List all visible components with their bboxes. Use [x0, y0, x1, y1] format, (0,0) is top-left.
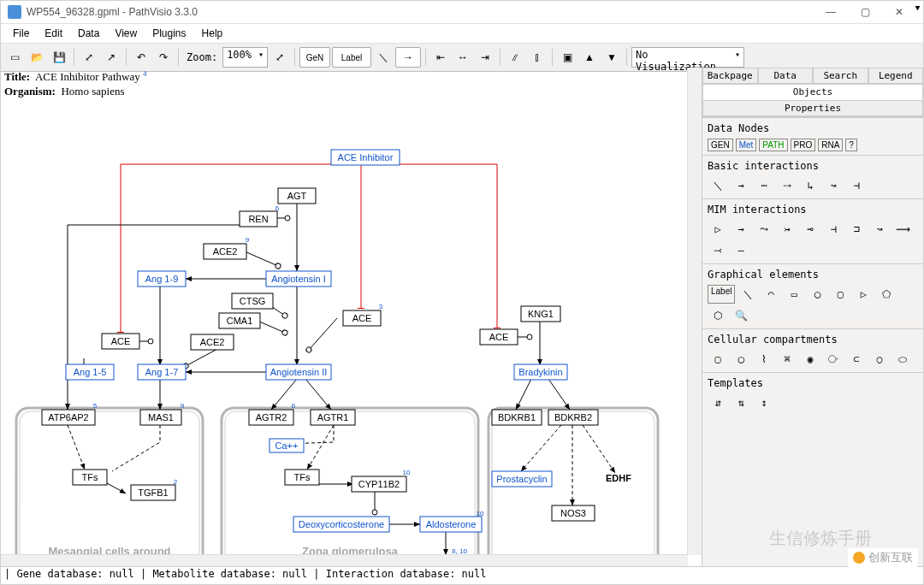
mim-1-icon[interactable]: ▷	[708, 220, 728, 239]
tmpl-1-icon[interactable]: ⇵	[708, 393, 728, 412]
gene-dropdown[interactable]: GeN	[299, 47, 330, 68]
close-button[interactable]: ✕	[882, 2, 916, 22]
mim-2-icon[interactable]: →	[731, 220, 751, 239]
ge-line-icon[interactable]: ＼	[737, 285, 758, 304]
export-icon[interactable]: ↗	[101, 47, 121, 68]
mim-5-icon[interactable]: ⊸	[800, 220, 820, 239]
visualization-select[interactable]: No Visualization	[631, 47, 744, 68]
dn-path[interactable]: PATH	[759, 139, 787, 151]
svg-text:6: 6	[292, 402, 296, 410]
cc-7-icon[interactable]: ⊂	[846, 350, 867, 369]
dn-met[interactable]: Met	[736, 139, 757, 151]
ge-tri-icon[interactable]: ▷	[853, 285, 874, 304]
statusbar: | Gene database: null | Metabolite datab…	[1, 566, 923, 584]
tab-backpage[interactable]: Backpage	[702, 68, 758, 84]
front-icon[interactable]: ▲	[579, 47, 600, 68]
cc-6-icon[interactable]: ⧂	[823, 350, 844, 369]
menu-help[interactable]: Help	[195, 26, 230, 41]
svg-text:ACE2: ACE2	[213, 246, 238, 257]
svg-text:Angiotensin I: Angiotensin I	[271, 274, 326, 284]
tab-legend[interactable]: Legend	[868, 68, 924, 84]
ge-pent-icon[interactable]: ⬠	[876, 285, 897, 304]
import-icon[interactable]: ⤢	[79, 47, 99, 68]
open-icon[interactable]: 📂	[27, 47, 47, 68]
ge-arc-icon[interactable]: ◠	[761, 285, 781, 304]
ge-search-icon[interactable]: 🔍	[731, 306, 751, 325]
label-dropdown[interactable]: Label	[332, 47, 371, 68]
mim-10-icon[interactable]: ⤙	[708, 241, 728, 260]
dn-unknown[interactable]: ?	[845, 139, 857, 151]
tmpl-3-icon[interactable]: ↕	[754, 393, 774, 412]
bi-darrow-icon[interactable]: ⤍	[777, 176, 797, 195]
cc-4-icon[interactable]: ⌘	[777, 350, 797, 369]
fit-icon[interactable]: ⤢	[270, 47, 290, 68]
pathway-svg: Mesangial cells around blood vessels in …	[1, 68, 702, 569]
back-icon[interactable]: ▼	[601, 47, 622, 68]
line-icon[interactable]: ＼	[373, 47, 394, 68]
cc-9-icon[interactable]: ⬭	[892, 350, 913, 369]
align-center-icon[interactable]: ↔	[453, 47, 473, 68]
undo-icon[interactable]: ↶	[131, 47, 151, 68]
mim-3-icon[interactable]: ⤳	[754, 220, 774, 239]
ge-rect-icon[interactable]: ▭	[784, 285, 804, 304]
tmpl-2-icon[interactable]: ⇅	[731, 393, 751, 412]
ge-oval-icon[interactable]: ◯	[807, 285, 827, 304]
dn-rna[interactable]: RNA	[818, 139, 843, 151]
menu-file[interactable]: File	[6, 26, 36, 41]
svg-text:Deoxycorticosterone: Deoxycorticosterone	[299, 519, 384, 529]
align-left-icon[interactable]: ⇤	[430, 47, 451, 68]
pathway-canvas[interactable]: Title: ACE Inhibitor Pathway 4 Organism:…	[1, 68, 702, 569]
cc-2-icon[interactable]: ◯	[731, 350, 751, 369]
align-right-icon[interactable]: ⇥	[475, 47, 495, 68]
section-mim: MIM interactions	[706, 202, 920, 219]
save-icon[interactable]: 💾	[49, 47, 69, 68]
group-icon[interactable]: ▣	[557, 47, 578, 68]
menu-view[interactable]: View	[108, 26, 144, 41]
tab-objects[interactable]: Objects	[702, 84, 923, 100]
tab-properties[interactable]: Properties	[702, 100, 923, 116]
svg-text:9: 9	[246, 236, 250, 244]
bi-dash-icon[interactable]: ⋯	[754, 176, 774, 195]
mim-6-icon[interactable]: ⊣	[823, 220, 844, 239]
zoom-select[interactable]: 100%	[222, 47, 268, 68]
mim-8-icon[interactable]: ↝	[869, 220, 890, 239]
bi-line-icon[interactable]: ＼	[708, 176, 728, 195]
svg-text:10: 10	[477, 510, 484, 517]
mim-11-icon[interactable]: —	[731, 241, 751, 260]
menu-edit[interactable]: Edit	[38, 26, 69, 41]
redo-icon[interactable]: ↷	[153, 47, 174, 68]
bi-arrow-icon[interactable]: →	[731, 176, 751, 195]
mim-9-icon[interactable]: ⟿	[892, 220, 913, 239]
menubar: File Edit Data View Plugins Help	[1, 24, 923, 44]
cc-8-icon[interactable]: ○	[869, 350, 890, 369]
tab-data[interactable]: Data	[758, 68, 814, 84]
mim-7-icon[interactable]: ⊐	[846, 220, 867, 239]
ge-rrect-icon[interactable]: ▢	[830, 285, 850, 304]
mim-4-icon[interactable]: ↣	[777, 220, 797, 239]
cc-5-icon[interactable]: ◉	[800, 350, 820, 369]
ge-hex-icon[interactable]: ⬡	[708, 306, 728, 325]
cc-1-icon[interactable]: ▢	[708, 350, 728, 369]
svg-text:Ang 1-5: Ang 1-5	[74, 367, 107, 377]
menu-plugins[interactable]: Plugins	[145, 26, 192, 41]
bi-curve-icon[interactable]: ↝	[823, 176, 844, 195]
bi-tbar-icon[interactable]: ⊣	[846, 176, 867, 195]
arrow-dropdown[interactable]: →	[395, 47, 421, 68]
canvas-vscroll[interactable]	[687, 68, 702, 555]
tab-search[interactable]: Search	[813, 68, 868, 84]
svg-text:6: 6	[275, 204, 280, 212]
ge-label[interactable]: Label	[708, 285, 735, 304]
distribute-h-icon[interactable]: ⫽	[505, 47, 525, 68]
new-icon[interactable]: ▭	[4, 47, 25, 68]
svg-text:ATP6AP2: ATP6AP2	[48, 412, 89, 422]
distribute-v-icon[interactable]: ⫿	[527, 47, 548, 68]
cc-3-icon[interactable]: ⌇	[754, 350, 774, 369]
svg-text:NOS3: NOS3	[560, 508, 586, 518]
dn-pro[interactable]: PRO	[791, 139, 816, 151]
bi-elbow-icon[interactable]: ↳	[800, 176, 820, 195]
dn-gen[interactable]: GEN	[708, 139, 733, 151]
minimize-button[interactable]: —	[814, 2, 848, 22]
maximize-button[interactable]: ▢	[848, 2, 882, 22]
svg-text:Prostacyclin: Prostacyclin	[496, 474, 547, 484]
menu-data[interactable]: Data	[71, 26, 106, 41]
